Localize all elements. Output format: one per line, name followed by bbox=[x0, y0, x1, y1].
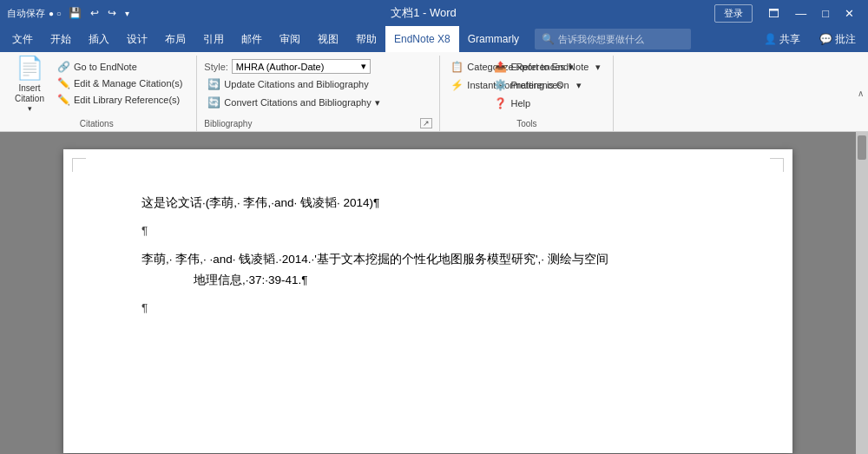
tab-grammarly[interactable]: Grammarly bbox=[459, 26, 528, 52]
paragraph-4: ¶ bbox=[141, 298, 723, 319]
convert-citations-label: Convert Citations and Bibliography bbox=[224, 97, 371, 108]
help-button[interactable]: ❓ Help bbox=[490, 95, 604, 111]
menu-help[interactable]: 帮助 bbox=[347, 26, 385, 52]
preferences-label: Preferences bbox=[510, 80, 562, 90]
share-label: 共享 bbox=[779, 32, 800, 47]
bibliography-expand-icon[interactable]: ↗ bbox=[420, 118, 432, 128]
menu-home[interactable]: 开始 bbox=[42, 26, 80, 52]
paragraph-2: ¶ bbox=[141, 220, 723, 241]
close-button[interactable]: ✕ bbox=[838, 0, 861, 26]
insert-citation-label: InsertCitation bbox=[15, 83, 44, 104]
bibliography-group-label: Bibliography ↗ bbox=[204, 115, 432, 131]
export-icon: 📤 bbox=[494, 61, 507, 73]
preferences-icon: ⚙️ bbox=[494, 79, 507, 91]
tools-group-label: Tools bbox=[447, 116, 606, 131]
page-corner-tl bbox=[72, 158, 86, 172]
comment-icon: 💬 bbox=[819, 33, 832, 45]
export-to-endnote-button[interactable]: 📤 Export to EndNote ▾ bbox=[490, 59, 604, 75]
go-to-endnote-label: Go to EndNote bbox=[74, 62, 137, 72]
search-box[interactable]: 🔍 bbox=[535, 29, 691, 49]
menu-mailings[interactable]: 邮件 bbox=[233, 26, 271, 52]
menu-layout[interactable]: 布局 bbox=[156, 26, 194, 52]
search-input[interactable] bbox=[558, 34, 680, 44]
citation-icon: 📄 bbox=[16, 55, 43, 82]
share-icon: 👤 bbox=[764, 33, 777, 45]
menu-view[interactable]: 视图 bbox=[309, 26, 347, 52]
ribbon: 📄 InsertCitation ▾ 🔗 Go to EndNote ✏️ Ed… bbox=[0, 52, 868, 132]
paragraph-1: 这是论文话·(李萌,· 李伟,·and· 钱凌韬· 2014)¶ bbox=[141, 193, 723, 214]
update-icon: 🔄 bbox=[207, 78, 220, 90]
bibliography-group-content: Style: MHRA (Author-Date) ▾ 🔄 Update Cit… bbox=[204, 56, 432, 115]
redo-button[interactable]: ↪ bbox=[104, 5, 120, 21]
endnote-icon: 🔗 bbox=[57, 61, 70, 73]
text-line3b: 地理信息,·37:·39-41.¶ bbox=[194, 273, 308, 286]
export-arrow: ▾ bbox=[595, 62, 601, 73]
autosave-status: ● ○ bbox=[49, 9, 62, 18]
pilcrow-1: ¶ bbox=[141, 224, 148, 237]
menu-design[interactable]: 设计 bbox=[118, 26, 156, 52]
edit-manage-citation-button[interactable]: ✏️ Edit & Manage Citation(s) bbox=[54, 76, 186, 91]
title-bar-left: 自动保存 ● ○ 💾 ↩ ↪ ▾ bbox=[7, 5, 133, 21]
quick-access-toolbar: 💾 ↩ ↪ ▾ bbox=[65, 5, 133, 21]
convert-icon: 🔄 bbox=[207, 96, 220, 109]
ribbon-collapse-button[interactable]: ∧ bbox=[854, 56, 868, 131]
text-line1: 这是论文话·(李萌,· 李伟,·and· 钱凌韬· 2014)¶ bbox=[141, 196, 379, 209]
edit-library-label: Edit Library Reference(s) bbox=[74, 95, 180, 105]
autosave-label: 自动保存 bbox=[7, 7, 45, 20]
convert-citations-button[interactable]: 🔄 Convert Citations and Bibliography ▾ bbox=[204, 95, 383, 110]
page-corner-tr bbox=[770, 158, 784, 172]
insert-citation-dropdown: ▾ bbox=[28, 104, 32, 113]
update-citations-button[interactable]: 🔄 Update Citations and Bibliography bbox=[204, 76, 372, 92]
citations-group-label: Citations bbox=[7, 116, 186, 131]
comment-label: 批注 bbox=[835, 32, 856, 47]
pilcrow-2: ¶ bbox=[141, 301, 148, 314]
citations-group-content: 📄 InsertCitation ▾ 🔗 Go to EndNote ✏️ Ed… bbox=[7, 56, 186, 116]
undo-button[interactable]: ↩ bbox=[87, 5, 102, 21]
menu-review[interactable]: 审阅 bbox=[271, 26, 309, 52]
ribbon-toggle-button[interactable]: 🗖 bbox=[761, 0, 786, 26]
save-button[interactable]: 💾 bbox=[65, 5, 85, 21]
window-title: 文档1 - Word bbox=[391, 5, 457, 21]
bibliography-group: Style: MHRA (Author-Date) ▾ 🔄 Update Cit… bbox=[197, 56, 440, 131]
style-label: Style: bbox=[204, 62, 228, 72]
menu-bar: 文件 开始 插入 设计 布局 引用 邮件 审阅 视图 帮助 EndNote X8… bbox=[0, 26, 868, 52]
convert-dropdown-arrow: ▾ bbox=[375, 97, 380, 109]
style-value: MHRA (Author-Date) bbox=[236, 62, 324, 72]
citation-small-buttons: 🔗 Go to EndNote ✏️ Edit & Manage Citatio… bbox=[54, 56, 186, 108]
title-bar-controls: 登录 🗖 — □ ✕ bbox=[714, 0, 861, 26]
comment-button[interactable]: 💬 批注 bbox=[811, 32, 865, 47]
vertical-scrollbar[interactable] bbox=[856, 132, 868, 454]
title-bar: 自动保存 ● ○ 💾 ↩ ↪ ▾ 文档1 - Word 登录 🗖 — □ ✕ bbox=[0, 0, 868, 26]
export-label: Export to EndNote bbox=[510, 62, 589, 72]
share-area: 👤 共享 💬 批注 bbox=[755, 26, 865, 52]
search-icon: 🔍 bbox=[542, 33, 555, 45]
citations-group: 📄 InsertCitation ▾ 🔗 Go to EndNote ✏️ Ed… bbox=[0, 56, 197, 131]
menu-insert[interactable]: 插入 bbox=[80, 26, 118, 52]
update-citations-label: Update Citations and Bibliography bbox=[224, 79, 368, 89]
tab-endnote[interactable]: EndNote X8 bbox=[385, 26, 459, 52]
document-area: 这是论文话·(李萌,· 李伟,·and· 钱凌韬· 2014)¶ ¶ 李萌,· … bbox=[0, 132, 868, 454]
insert-citation-button[interactable]: 📄 InsertCitation ▾ bbox=[7, 56, 52, 111]
maximize-button[interactable]: □ bbox=[815, 0, 836, 26]
library-icon: ✏️ bbox=[57, 94, 70, 106]
document-page[interactable]: 这是论文话·(李萌,· 李伟,·and· 钱凌韬· 2014)¶ ¶ 李萌,· … bbox=[63, 149, 792, 453]
preferences-button[interactable]: ⚙️ Preferences bbox=[490, 77, 604, 93]
go-to-endnote-button[interactable]: 🔗 Go to EndNote bbox=[54, 59, 186, 75]
paragraph-3: 李萌,· 李伟,· ·and· 钱凌韬.·2014.·'基于文本挖掘的个性化地图… bbox=[141, 249, 723, 292]
menu-file[interactable]: 文件 bbox=[3, 26, 42, 52]
share-button[interactable]: 👤 共享 bbox=[755, 32, 809, 47]
menu-references[interactable]: 引用 bbox=[194, 26, 233, 52]
document-canvas: 这是论文话·(李萌,· 李伟,·and· 钱凌韬· 2014)¶ ¶ 李萌,· … bbox=[0, 132, 856, 454]
edit-library-button[interactable]: ✏️ Edit Library Reference(s) bbox=[54, 92, 186, 108]
style-dropdown-arrow: ▾ bbox=[361, 61, 366, 72]
text-line3: 李萌,· 李伟,· ·and· 钱凌韬.·2014.·'基于文本挖掘的个性化地图… bbox=[141, 253, 608, 266]
customize-button[interactable]: ▾ bbox=[122, 7, 133, 20]
minimize-button[interactable]: — bbox=[788, 0, 813, 26]
help-icon: ❓ bbox=[494, 97, 507, 109]
scrollbar-thumb[interactable] bbox=[858, 135, 866, 160]
style-dropdown[interactable]: MHRA (Author-Date) ▾ bbox=[232, 59, 371, 74]
edit-manage-label: Edit & Manage Citation(s) bbox=[74, 78, 182, 89]
login-button[interactable]: 登录 bbox=[714, 4, 753, 23]
tools-right-column: 📤 Export to EndNote ▾ ⚙️ Preferences ❓ H… bbox=[490, 59, 604, 111]
document-content: 这是论文话·(李萌,· 李伟,·and· 钱凌韬· 2014)¶ ¶ 李萌,· … bbox=[141, 193, 723, 319]
